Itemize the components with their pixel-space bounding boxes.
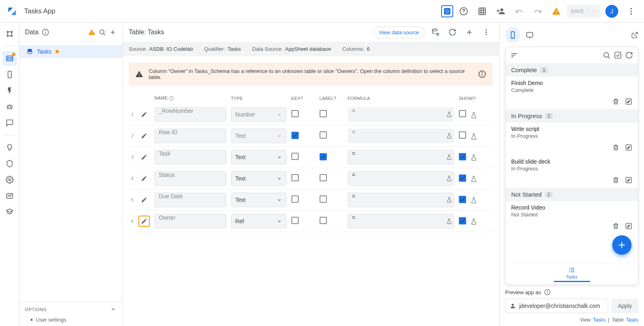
edit-column-button[interactable] (138, 194, 150, 206)
sidebar-table-tasks[interactable]: Tasks (19, 45, 122, 58)
beaker-icon[interactable] (470, 133, 477, 140)
device-tablet-icon[interactable] (522, 27, 537, 43)
beaker-icon[interactable] (446, 133, 452, 139)
label-checkbox[interactable] (320, 195, 327, 203)
edit-column-button[interactable] (138, 109, 150, 120)
column-name-input[interactable]: Owner (155, 214, 226, 228)
search-icon[interactable] (603, 51, 611, 59)
delete-icon[interactable] (612, 98, 619, 105)
key-checkbox[interactable] (291, 217, 299, 224)
column-type-select[interactable]: Text (231, 129, 287, 143)
column-type-select[interactable]: Ref (231, 214, 287, 228)
column-type-select[interactable]: Text (231, 150, 287, 164)
column-name-input[interactable]: Status (155, 171, 226, 186)
user-settings-item[interactable]: User settings (19, 315, 122, 326)
rail-data-icon[interactable] (2, 51, 17, 66)
beaker-icon[interactable] (446, 218, 452, 224)
key-checkbox[interactable] (291, 132, 299, 139)
show-checkbox[interactable] (459, 131, 466, 139)
beaker-icon[interactable] (446, 154, 452, 160)
beaker-icon[interactable] (446, 197, 452, 203)
info-icon[interactable] (42, 29, 49, 36)
label-checkbox[interactable] (320, 110, 327, 117)
sync-icon[interactable] (625, 51, 633, 59)
footer-table-link[interactable]: Tasks (626, 317, 638, 323)
info-icon[interactable] (478, 70, 486, 78)
help-icon[interactable] (456, 3, 472, 19)
delete-icon[interactable] (612, 176, 619, 184)
formula-input[interactable]: = (348, 193, 454, 207)
apply-button[interactable]: Apply (611, 299, 638, 313)
show-checkbox[interactable] (459, 196, 466, 203)
preview-group-header[interactable]: Complete1 (506, 63, 638, 77)
formula-input[interactable]: = (348, 150, 454, 164)
beaker-icon[interactable] (470, 112, 477, 119)
edit-column-button[interactable] (138, 130, 150, 141)
column-name-input[interactable]: Task (155, 150, 226, 164)
warning-icon[interactable] (88, 29, 95, 36)
rail-monitor-icon[interactable] (2, 189, 17, 203)
regenerate-icon[interactable] (446, 26, 459, 39)
preview-group-header[interactable]: Not Started1 (506, 188, 638, 201)
formula-input[interactable]: = (348, 214, 454, 228)
more-icon[interactable] (623, 3, 639, 19)
rail-home-icon[interactable] (2, 27, 17, 41)
edit-column-button[interactable] (138, 173, 150, 184)
beaker-icon[interactable] (446, 175, 452, 182)
beaker-icon[interactable] (470, 175, 477, 183)
key-checkbox[interactable] (291, 110, 299, 117)
edit-column-button[interactable] (138, 216, 150, 227)
key-checkbox[interactable] (291, 174, 299, 181)
footer-view-link[interactable]: Tasks (593, 317, 605, 323)
rail-security-icon[interactable] (2, 156, 17, 171)
rail-intelligence-icon[interactable] (2, 140, 17, 155)
key-checkbox[interactable] (291, 153, 299, 160)
label-checkbox[interactable] (320, 217, 327, 224)
column-type-select[interactable]: Text (231, 193, 287, 207)
device-phone-icon[interactable] (505, 27, 520, 43)
fab-add-button[interactable] (612, 235, 632, 255)
grid-icon[interactable] (474, 3, 490, 19)
warning-icon[interactable] (548, 3, 564, 19)
show-checkbox[interactable] (459, 110, 466, 117)
edit-icon[interactable] (625, 144, 632, 151)
preview-item[interactable]: Build slide deckIn Progress (506, 155, 638, 175)
beaker-icon[interactable] (470, 218, 477, 225)
beaker-icon[interactable] (446, 111, 452, 118)
sort-icon[interactable] (510, 51, 518, 59)
label-checkbox[interactable] (320, 131, 327, 139)
info-icon[interactable] (544, 289, 551, 295)
rail-automation-icon[interactable] (2, 100, 17, 114)
edit-icon[interactable] (625, 176, 632, 184)
column-name-input[interactable]: _RowNumber (155, 107, 226, 122)
configure-source-icon[interactable] (429, 26, 442, 39)
delete-icon[interactable] (612, 144, 619, 151)
options-header[interactable]: OPTIONS (19, 302, 122, 315)
save-button[interactable]: SAVE (567, 5, 601, 18)
column-type-select[interactable]: Text (231, 171, 287, 186)
column-name-input[interactable]: Due Date (155, 193, 226, 207)
column-name-input[interactable]: Row ID (155, 129, 226, 143)
preview-email-input[interactable]: jdeveloper@christianschalk.com (505, 299, 608, 313)
edit-icon[interactable] (625, 98, 632, 105)
delete-icon[interactable] (612, 222, 619, 230)
preview-item[interactable]: Finish DemoComplete (506, 77, 638, 96)
preview-item[interactable]: Record VideoNot Started (506, 201, 638, 221)
undo-icon[interactable] (511, 3, 527, 19)
beaker-icon[interactable] (470, 154, 477, 161)
show-checkbox[interactable] (459, 174, 466, 182)
beaker-icon[interactable] (470, 197, 477, 204)
formula-input[interactable]: = (348, 107, 454, 122)
show-checkbox[interactable] (459, 153, 466, 160)
select-icon[interactable] (614, 51, 622, 59)
label-checkbox[interactable] (320, 174, 327, 181)
add-icon[interactable] (109, 29, 116, 36)
key-checkbox[interactable] (291, 195, 299, 203)
rail-learn-icon[interactable] (2, 205, 17, 219)
open-external-icon[interactable] (631, 31, 638, 39)
rail-settings-icon[interactable] (2, 172, 17, 187)
column-type-select[interactable]: Number (231, 107, 287, 122)
formula-input[interactable]: = (348, 129, 454, 143)
rail-chat-icon[interactable] (2, 116, 17, 130)
edit-icon[interactable] (625, 222, 632, 230)
